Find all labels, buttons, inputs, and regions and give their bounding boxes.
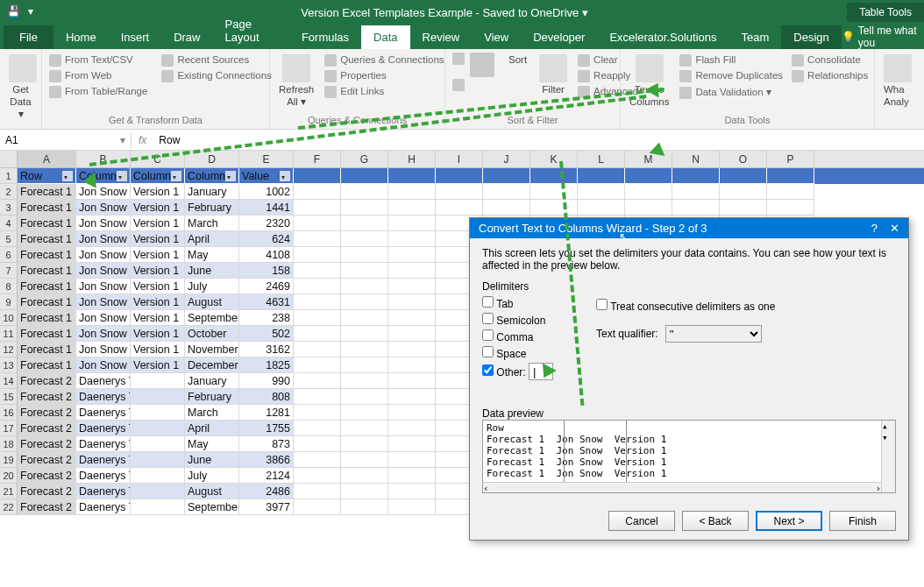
cell-E2[interactable]: 1002 [239,184,294,200]
row-header-18[interactable]: 18 [0,436,18,452]
cell-empty[interactable] [341,389,388,405]
tell-me[interactable]: 💡Tell me what you [842,25,924,49]
cell-D2[interactable]: January [185,184,239,200]
cell-D12[interactable]: November [185,342,239,357]
cell-empty[interactable] [625,168,672,184]
finish-button[interactable]: Finish [829,511,896,531]
cell-B4[interactable]: Jon Snow [76,216,131,231]
data-validation[interactable]: Data Validation ▾ [679,84,783,101]
cell-B9[interactable]: Jon Snow [76,294,131,310]
cell-empty[interactable] [436,168,483,184]
column-header-A[interactable]: A [18,151,76,167]
delim-tab[interactable]: Tab [482,296,570,310]
cell-empty[interactable] [483,168,530,184]
dialog-titlebar[interactable]: Convert Text to Columns Wizard - Step 2 … [470,218,908,238]
cell-B8[interactable]: Jon Snow [76,279,131,294]
row-header-10[interactable]: 10 [0,310,18,326]
cell-C6[interactable]: Version 1 [131,247,185,263]
properties[interactable]: Properties [324,68,444,84]
cell-empty[interactable] [294,263,341,279]
cell-C11[interactable]: Version 1 [131,326,185,342]
cell-empty[interactable] [388,263,436,279]
cell-empty[interactable] [388,452,436,468]
tab-design[interactable]: Design [781,25,841,49]
cell-A18[interactable]: Forecast 2 [18,436,76,452]
tab-home[interactable]: Home [53,25,109,49]
table-header-D[interactable]: Column [185,168,239,184]
filter-dropdown-icon[interactable] [62,171,73,181]
cell-D7[interactable]: June [185,263,239,279]
cancel-button[interactable]: Cancel [608,511,675,531]
cell-D6[interactable]: May [185,247,239,263]
cell-empty[interactable] [294,499,341,515]
cell-empty[interactable] [578,168,625,184]
cell-empty[interactable] [388,247,436,263]
cell-B16[interactable]: Daenerys Targaryen [76,405,131,421]
cell-C13[interactable]: Version 1 [131,357,185,373]
cell-D11[interactable]: October [185,326,239,342]
cell-C2[interactable]: Version 1 [131,184,185,200]
cell-A8[interactable]: Forecast 1 [18,279,76,294]
row-header-17[interactable]: 17 [0,421,18,436]
cell-E19[interactable]: 3866 [239,452,294,468]
cell-A15[interactable]: Forecast 2 [18,389,76,405]
tab-data[interactable]: Data [361,25,409,49]
cell-C22[interactable] [131,499,185,515]
qat-dropdown-icon[interactable]: ▾ [28,5,42,19]
sort-az-icon[interactable] [452,53,465,65]
cell-empty[interactable] [388,216,436,231]
formula-input[interactable]: Row [153,132,924,148]
cell-A7[interactable]: Forecast 1 [18,263,76,279]
tab-draw[interactable]: Draw [161,25,212,49]
cell-B14[interactable]: Daenerys Targaryen [76,373,131,389]
delim-space[interactable]: Space [482,346,570,360]
tab-excelerator[interactable]: Excelerator.Solutions [597,25,729,49]
cell-empty[interactable] [294,247,341,263]
cell-C19[interactable] [131,452,185,468]
name-box[interactable]: A1▾ [0,132,131,148]
cell-C4[interactable]: Version 1 [131,216,185,231]
cell-B3[interactable]: Jon Snow [76,200,131,216]
cell-C14[interactable] [131,373,185,389]
tab-review[interactable]: Review [410,25,473,49]
cell-E7[interactable]: 158 [239,263,294,279]
cell-empty[interactable] [672,184,720,200]
cell-E20[interactable]: 2124 [239,468,294,484]
cell-B12[interactable]: Jon Snow [76,342,131,357]
row-header-3[interactable]: 3 [0,200,18,216]
cell-D4[interactable]: March [185,216,239,231]
cell-empty[interactable] [767,168,814,184]
cell-D18[interactable]: May [185,436,239,452]
delim-comma[interactable]: Comma [482,329,570,343]
cell-empty[interactable] [341,405,388,421]
cell-A11[interactable]: Forecast 1 [18,326,76,342]
row-header-14[interactable]: 14 [0,373,18,389]
cell-C18[interactable] [131,436,185,452]
cell-D22[interactable]: September [185,499,239,515]
row-header-19[interactable]: 19 [0,452,18,468]
column-header-I[interactable]: I [436,151,483,167]
cell-empty[interactable] [436,200,483,216]
filter-dropdown-icon[interactable] [225,171,236,181]
queries-connections[interactable]: Queries & Connections [324,53,444,68]
cell-A20[interactable]: Forecast 2 [18,468,76,484]
cell-empty[interactable] [483,184,530,200]
cell-empty[interactable] [294,389,341,405]
get-data-button[interactable]: Get Data ▾ [7,53,34,122]
cell-empty[interactable] [388,373,436,389]
filter-dropdown-icon[interactable] [117,171,127,181]
row-header-4[interactable]: 4 [0,216,18,231]
cell-B19[interactable]: Daenerys Targaryen [76,452,131,468]
cell-D14[interactable]: January [185,373,239,389]
cell-A2[interactable]: Forecast 1 [18,184,76,200]
cell-C10[interactable]: Version 1 [131,310,185,326]
tab-team[interactable]: Team [729,25,782,49]
row-header-13[interactable]: 13 [0,357,18,373]
next-button[interactable]: Next > [756,511,822,531]
cell-A14[interactable]: Forecast 2 [18,373,76,389]
cell-empty[interactable] [530,184,578,200]
flash-fill[interactable]: Flash Fill [679,53,783,68]
cell-empty[interactable] [388,389,436,405]
select-all-corner[interactable] [0,151,18,167]
cell-A6[interactable]: Forecast 1 [18,247,76,263]
